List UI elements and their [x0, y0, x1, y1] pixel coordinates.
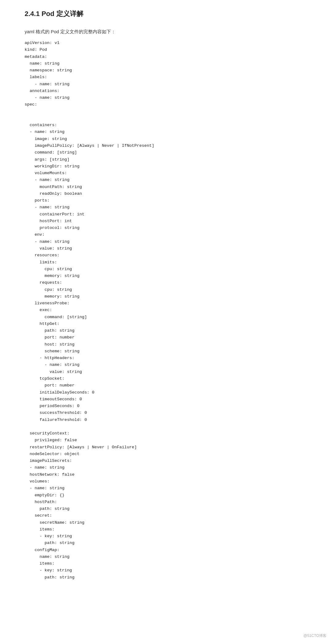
watermark: @51CTO博客	[303, 633, 326, 638]
intro-text: yaml 格式的 Pod 定义文件的完整内容如下：	[25, 29, 317, 35]
page-title: 2.4.1 Pod 定义详解	[25, 9, 317, 20]
yaml-code-block: apiVersion: v1 kind: Pod metadata: name:…	[25, 40, 317, 581]
